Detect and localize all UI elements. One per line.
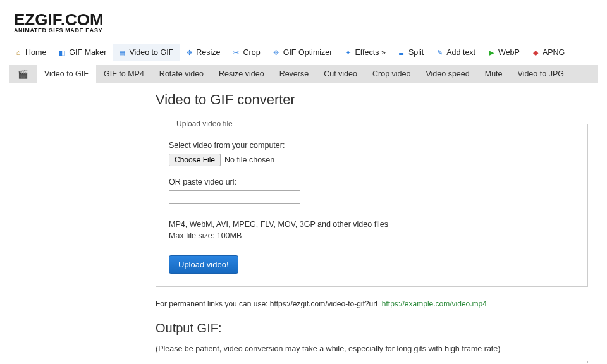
nav-item-resize[interactable]: Resize (180, 44, 226, 61)
nav-item-video-to-gif[interactable]: Video to GIF (113, 44, 180, 61)
upload-video-button[interactable]: Upload video! (169, 255, 238, 274)
nav-item-label: APNG (543, 48, 565, 57)
permalink-hint: For permanent links you can use: https:/… (156, 300, 588, 308)
output-box (156, 361, 588, 364)
nav-item-label: GIF Maker (69, 48, 106, 57)
or-paste-label: OR paste video url: (169, 178, 575, 186)
nav-item-gif-maker[interactable]: GIF Maker (52, 44, 113, 61)
nav-item-label: GIF Optimizer (283, 48, 333, 57)
subnav-mute[interactable]: Mute (477, 65, 510, 83)
nav-item-label: Home (25, 48, 46, 57)
subnav-video-to-jpg[interactable]: Video to JPG (510, 65, 572, 83)
subnav-cut-video[interactable]: Cut video (316, 65, 365, 83)
upload-legend: Upload video file (174, 119, 235, 128)
nav-item-effects-[interactable]: Effects » (338, 44, 391, 61)
nav-item-apng[interactable]: APNG (526, 44, 571, 61)
nav-item-home[interactable]: Home (9, 44, 52, 61)
subnav-reverse[interactable]: Reverse (272, 65, 317, 83)
nav-item-webp[interactable]: WebP (482, 44, 526, 61)
subnav-rotate-video[interactable]: Rotate video (152, 65, 211, 83)
resize-icon (185, 49, 193, 57)
nav-item-label: WebP (498, 48, 520, 57)
nav-item-label: Effects » (355, 48, 385, 57)
maxsize-hint: Max file size: 100MB (169, 231, 575, 242)
permalink-example: https://example.com/video.mp4 (382, 300, 487, 308)
make-icon (58, 49, 66, 57)
main: Video to GIF converter Upload video file… (0, 92, 588, 364)
nav-item-label: Resize (196, 48, 220, 57)
nav-item-label: Split (408, 48, 424, 57)
crop-icon (232, 49, 241, 57)
select-label: Select video from your computer: (169, 141, 575, 150)
logo-main: EZGIF.COM (14, 13, 607, 27)
no-file-text: No file chosen (224, 155, 274, 164)
opt-icon (272, 49, 281, 57)
text-icon (435, 49, 444, 57)
formats-hint: MP4, WebM, AVI, MPEG, FLV, MOV, 3GP and … (169, 219, 575, 231)
nav-item-label: Crop (243, 48, 261, 57)
subnav-gif-to-mp-[interactable]: GIF to MP4 (96, 65, 152, 83)
vid-icon (118, 49, 126, 57)
choose-file-button[interactable]: Choose File (169, 154, 221, 166)
fx-icon (343, 49, 352, 57)
header: EZGIF.COM ANIMATED GIFS MADE EASY (0, 0, 607, 44)
subnav-resize-video[interactable]: Resize video (211, 65, 272, 83)
upload-fieldset: Upload video file Select video from your… (156, 119, 588, 287)
nav-item-label: Add text (446, 48, 475, 57)
video-url-input[interactable] (169, 190, 300, 204)
nav-item-split[interactable]: Split (392, 44, 430, 61)
webp-icon (487, 49, 496, 57)
subnav-crop-video[interactable]: Crop video (365, 65, 418, 83)
nav-item-label: Video to GIF (129, 48, 173, 57)
nav-item-crop[interactable]: Crop (227, 44, 267, 61)
nav-item-add-text[interactable]: Add text (430, 44, 482, 61)
nav-item-gif-optimizer[interactable]: GIF Optimizer (267, 44, 339, 61)
home-icon (14, 49, 23, 57)
toolbar-film-icon (9, 65, 37, 83)
apng-icon (531, 49, 540, 57)
page-title: Video to GIF converter (156, 92, 588, 108)
subnav-video-to-gif[interactable]: Video to GIF (37, 65, 96, 83)
patient-note: (Please be patient, video conversion may… (156, 344, 588, 353)
output-heading: Output GIF: (156, 321, 588, 336)
permalink-prefix: For permanent links you can use: https:/… (156, 300, 382, 308)
nav-primary: HomeGIF MakerVideo to GIFResizeCropGIF O… (0, 44, 607, 61)
split-icon (397, 49, 406, 57)
subnav-video-speed[interactable]: Video speed (418, 65, 477, 83)
nav-sub-wrap: Video to GIFGIF to MP4Rotate videoResize… (0, 61, 607, 87)
